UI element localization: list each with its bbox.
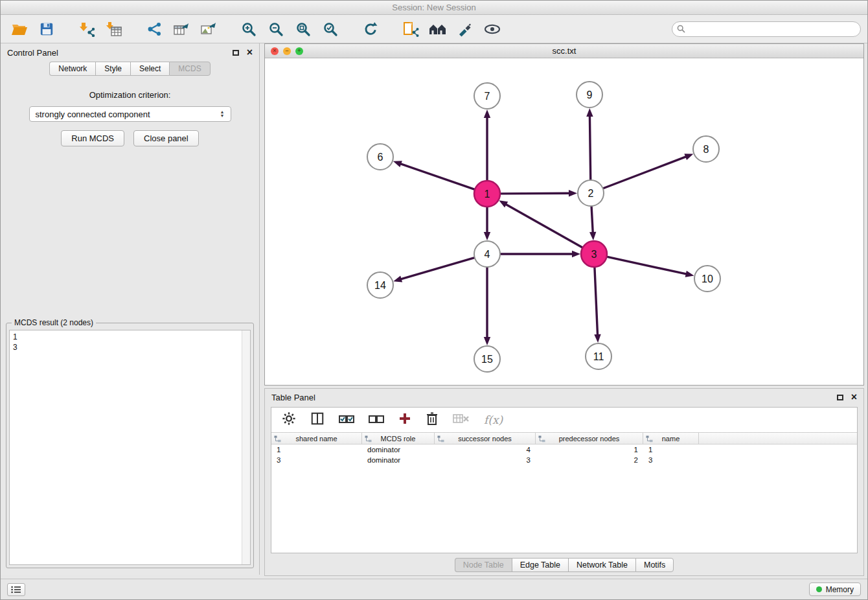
mcds-result-box: 1 3 [9,330,251,565]
table-cell[interactable]: 1 [271,444,362,455]
tab-motifs[interactable]: Motifs [635,558,674,572]
memory-button[interactable]: Memory [809,583,861,596]
graph-edge-2-3[interactable] [591,207,593,233]
minimize-window-icon[interactable]: – [283,47,291,55]
new-network-button[interactable] [142,18,166,40]
column-header-name[interactable]: name [643,433,699,444]
table-row[interactable]: 3dominator323 [271,455,857,465]
graph-edge-arrowhead [484,337,490,345]
network-canvas[interactable]: 7968124314101511 [265,58,863,385]
result-scrollbar[interactable] [242,330,250,564]
zoom-out-button[interactable] [264,18,288,40]
float-panel-icon[interactable] [233,50,239,56]
graph-node-2[interactable]: 2 [578,180,604,206]
graph-node-3[interactable]: 3 [581,241,607,267]
graph-edge-3-1[interactable] [505,204,582,248]
column-header-successor-nodes[interactable]: successor nodes [435,433,536,444]
show-graphics-details-button[interactable] [480,18,505,40]
houses-button[interactable] [426,18,450,40]
graph-edge-arrowhead [393,161,402,167]
status-bar: Memory [1,579,867,599]
zoom-selected-button[interactable] [318,18,343,40]
save-session-button[interactable] [34,18,59,40]
column-header-shared-name[interactable]: shared name [271,433,362,444]
graph-node-6[interactable]: 6 [367,144,393,170]
list-icon [11,586,21,594]
tab-select[interactable]: Select [130,62,169,76]
graph-edge-1-2[interactable] [501,193,570,194]
graph-edge-arrowhead [572,251,580,257]
table-cell[interactable]: 2 [536,455,643,465]
table-cell[interactable]: 3 [643,455,699,465]
tab-network-table[interactable]: Network Table [568,558,635,572]
table-cell[interactable]: 1 [536,444,643,455]
task-history-button[interactable] [7,583,25,596]
control-panel-tabs: NetworkStyleSelectMCDS [1,62,259,76]
table-cell[interactable]: dominator [362,444,435,455]
export-image-icon [200,21,217,37]
control-panel: Control Panel × NetworkStyleSelectMCDS O… [1,43,260,575]
select-all-columns-button[interactable] [339,412,354,428]
graph-node-8[interactable]: 8 [693,136,719,162]
graph-node-15[interactable]: 15 [474,346,500,372]
column-header-label: MCDS role [381,435,416,443]
graph-edge-2-9[interactable] [589,115,590,179]
graph-edge-1-6[interactable] [400,163,474,189]
node-table-container: f(x) shared nameMCDS rolesuccessor nodes… [271,407,858,553]
tab-network[interactable]: Network [49,62,95,76]
tab-mcds[interactable]: MCDS [169,62,210,76]
graph-node-7[interactable]: 7 [474,83,500,109]
style-brush-button[interactable] [453,18,477,40]
import-table-from-file-button[interactable] [102,18,126,40]
mcds-result-text: 1 3 [13,332,240,563]
table-panel-title: Table Panel [271,393,315,402]
main-toolbar [1,15,867,43]
graph-edge-4-14[interactable] [400,258,474,279]
graph-edge-2-8[interactable] [604,156,687,188]
run-mcds-button[interactable]: Run MCDS [61,130,124,146]
graph-node-9[interactable]: 9 [577,82,602,108]
close-window-icon[interactable]: × [271,47,279,55]
criterion-dropdown[interactable]: strongly connected component ▲▼ [29,106,231,122]
close-panel-icon[interactable]: × [247,49,253,56]
graph-node-10[interactable]: 10 [694,266,720,292]
maximize-window-icon[interactable]: + [295,47,303,55]
table-row[interactable]: 1dominator411 [271,444,857,455]
tab-edge-table[interactable]: Edge Table [512,558,568,572]
table-cell[interactable]: 3 [435,455,536,465]
graph-edge-3-10[interactable] [608,257,687,274]
graph-node-11[interactable]: 11 [586,343,611,369]
tab-style[interactable]: Style [95,62,130,76]
unselect-all-columns-button[interactable] [369,412,384,428]
graph-edge-3-11[interactable] [595,268,598,336]
table-cell[interactable]: 1 [643,444,699,455]
table-cell[interactable]: 3 [271,455,362,465]
show-column-button[interactable] [310,411,325,428]
open-session-button[interactable] [7,18,32,40]
graph-node-1[interactable]: 1 [474,181,500,207]
close-panel-button[interactable]: Close panel [133,130,199,146]
float-panel-icon[interactable] [837,395,843,400]
refresh-button[interactable] [358,18,383,40]
search-input[interactable] [672,21,861,37]
graph-node-14[interactable]: 14 [367,272,393,298]
table-cell[interactable]: dominator [362,455,435,465]
import-network-from-file-button[interactable] [74,18,99,40]
network-from-document-button[interactable] [398,18,423,40]
zoom-fit-button[interactable] [291,18,315,40]
delete-column-button[interactable] [426,411,439,428]
zoom-in-button[interactable] [236,18,261,40]
column-header-predecessor-nodes[interactable]: predecessor nodes [536,433,643,444]
table-cell[interactable]: 4 [435,444,536,455]
graph-node-label: 15 [481,354,493,365]
create-new-column-button[interactable] [398,412,411,428]
graph-node-4[interactable]: 4 [474,241,500,267]
criterion-dropdown-value: strongly connected component [36,110,150,119]
tab-node-table[interactable]: Node Table [455,558,512,572]
table-settings-button[interactable] [282,411,296,428]
column-header-MCDS-role[interactable]: MCDS role [362,433,435,444]
export-image-button[interactable] [196,18,221,40]
close-panel-icon[interactable]: × [851,394,857,400]
export-table-button[interactable] [169,18,194,40]
export-table-icon [173,21,190,37]
